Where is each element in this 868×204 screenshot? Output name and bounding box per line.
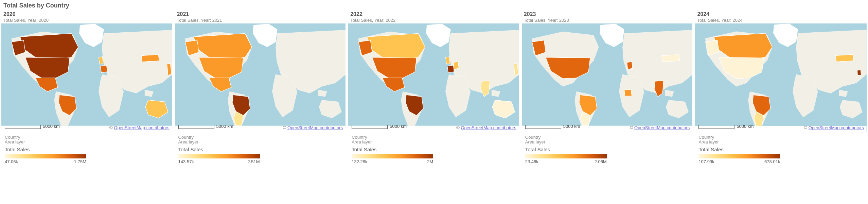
scale-bar: 5000 km <box>352 124 407 129</box>
country-australia[interactable] <box>145 100 168 118</box>
country-india[interactable] <box>654 81 663 97</box>
page-title: Total Sales by Country <box>0 0 868 10</box>
osm-attribution-link[interactable]: OpenStreetMap contributors <box>114 125 169 130</box>
legend-dim-sub: Area layer <box>5 140 170 147</box>
attribution-prefix: © <box>109 125 114 130</box>
scale-label: 5000 km <box>563 124 580 129</box>
scale-label: 5000 km <box>43 124 60 129</box>
map-panel-2023: 2023Total Sales, Year: 20235000 km© Open… <box>522 10 693 166</box>
legend-dim-sub: Area layer <box>352 140 516 147</box>
country-japan[interactable] <box>167 64 172 75</box>
map-attribution: © OpenStreetMap contributors <box>804 125 864 130</box>
legend-min: 47.06k <box>5 159 18 164</box>
country-mexico[interactable] <box>383 78 405 91</box>
map-panel-2021: 2021Total Sales, Year: 20215000 km© Open… <box>175 10 347 166</box>
panel-year-label: 2020 <box>3 11 171 17</box>
legend-max: 678.01k <box>764 159 780 164</box>
map-attribution: © OpenStreetMap contributors <box>630 125 690 130</box>
legend-range: 143.57k2.51M <box>178 159 260 164</box>
panel-year-label: 2022 <box>350 11 518 17</box>
country-france[interactable] <box>101 65 107 73</box>
legend-gradient <box>178 154 260 158</box>
map-attribution: © OpenStreetMap contributors <box>283 125 343 130</box>
scale-bar: 5000 km <box>525 124 580 129</box>
country-germany[interactable] <box>454 62 459 69</box>
legend-range: 107.99k678.01k <box>698 159 780 164</box>
legend-dim-title: Country <box>352 135 516 140</box>
legend-max: 2.51M <box>247 159 260 164</box>
country-mongolia[interactable] <box>662 55 679 62</box>
country-uk[interactable] <box>446 57 450 64</box>
legend-dim-title: Country <box>698 135 863 140</box>
legend-gradient <box>525 154 607 158</box>
attribution-prefix: © <box>283 125 287 130</box>
scale-label: 5000 km <box>216 124 233 129</box>
legend: CountryArea layerTotal Sales23.46k2.06M <box>522 132 693 167</box>
country-mongolia[interactable] <box>141 55 159 62</box>
choropleth-map[interactable]: 5000 km© OpenStreetMap contributors <box>1 23 173 132</box>
legend-measure-label: Total Sales <box>352 147 516 154</box>
legend-min: 107.99k <box>698 159 714 164</box>
choropleth-map[interactable]: 5000 km© OpenStreetMap contributors <box>175 23 347 132</box>
legend-min: 132.28k <box>352 159 367 164</box>
legend-dim-title: Country <box>5 135 170 140</box>
country-germany[interactable] <box>627 62 632 69</box>
attribution-prefix: © <box>456 125 461 130</box>
legend-range: 23.46k2.06M <box>525 159 607 164</box>
osm-attribution-link[interactable]: OpenStreetMap contributors <box>461 125 516 130</box>
legend-min: 143.57k <box>178 159 194 164</box>
attribution-prefix: © <box>630 125 634 130</box>
panel-header: 2021Total Sales, Year: 2021 <box>175 10 347 23</box>
country-southkorea[interactable] <box>857 70 861 75</box>
panel-header: 2020Total Sales, Year: 2020 <box>1 10 173 23</box>
panel-header: 2024Total Sales, Year: 2024 <box>695 10 867 23</box>
legend: CountryArea layerTotal Sales47.06k1.75M <box>1 132 173 167</box>
legend-measure-label: Total Sales <box>178 147 343 154</box>
scale-bar: 5000 km <box>698 124 754 129</box>
map-panel-2020: 2020Total Sales, Year: 20205000 km© Open… <box>1 10 173 166</box>
choropleth-map[interactable]: 5000 km© OpenStreetMap contributors <box>695 23 867 132</box>
legend-min: 23.46k <box>525 159 538 164</box>
osm-attribution-link[interactable]: OpenStreetMap contributors <box>809 125 864 130</box>
legend-measure-label: Total Sales <box>5 147 170 154</box>
map-attribution: © OpenStreetMap contributors <box>109 125 170 130</box>
panel-subtitle: Total Sales, Year: 2020 <box>3 17 171 23</box>
legend-gradient <box>698 154 780 158</box>
legend-dim-title: Country <box>525 135 690 140</box>
country-mexico[interactable] <box>36 78 58 91</box>
country-mexico[interactable] <box>209 78 231 91</box>
legend-dim-title: Country <box>178 135 343 140</box>
choropleth-map[interactable]: 5000 km© OpenStreetMap contributors <box>522 23 693 132</box>
country-nigeria[interactable] <box>624 90 632 96</box>
legend: CountryArea layerTotal Sales132.28k2M <box>348 132 520 167</box>
choropleth-map[interactable]: 5000 km© OpenStreetMap contributors <box>348 23 520 132</box>
osm-attribution-link[interactable]: OpenStreetMap contributors <box>287 125 343 130</box>
legend-max: 2M <box>427 159 433 164</box>
country-india[interactable] <box>481 81 490 97</box>
panel-subtitle: Total Sales, Year: 2024 <box>697 17 865 23</box>
country-mongolia[interactable] <box>836 54 853 62</box>
legend-range: 47.06k1.75M <box>5 159 86 164</box>
legend-gradient <box>352 154 433 158</box>
panel-subtitle: Total Sales, Year: 2021 <box>177 17 344 23</box>
legend-max: 1.75M <box>74 159 86 164</box>
map-panels: 2020Total Sales, Year: 20205000 km© Open… <box>0 10 868 169</box>
legend-range: 132.28k2M <box>352 159 433 164</box>
country-japan[interactable] <box>514 64 518 75</box>
country-australia[interactable] <box>492 100 515 118</box>
scale-bar: 5000 km <box>5 124 60 129</box>
scale-label: 5000 km <box>737 124 754 129</box>
panel-header: 2022Total Sales, Year: 2022 <box>348 10 520 23</box>
map-panel-2024: 2024Total Sales, Year: 20245000 km© Open… <box>695 10 867 166</box>
panel-subtitle: Total Sales, Year: 2023 <box>524 17 691 23</box>
legend-dim-sub: Area layer <box>698 140 863 147</box>
panel-header: 2023Total Sales, Year: 2023 <box>522 10 693 23</box>
country-uk[interactable] <box>99 57 103 64</box>
panel-year-label: 2023 <box>524 11 691 17</box>
panel-year-label: 2021 <box>177 11 344 17</box>
legend: CountryArea layerTotal Sales107.99k678.0… <box>695 132 867 167</box>
country-france[interactable] <box>447 65 454 73</box>
map-panel-2022: 2022Total Sales, Year: 20225000 km© Open… <box>348 10 520 166</box>
legend-measure-label: Total Sales <box>698 147 863 154</box>
osm-attribution-link[interactable]: OpenStreetMap contributors <box>634 125 690 130</box>
